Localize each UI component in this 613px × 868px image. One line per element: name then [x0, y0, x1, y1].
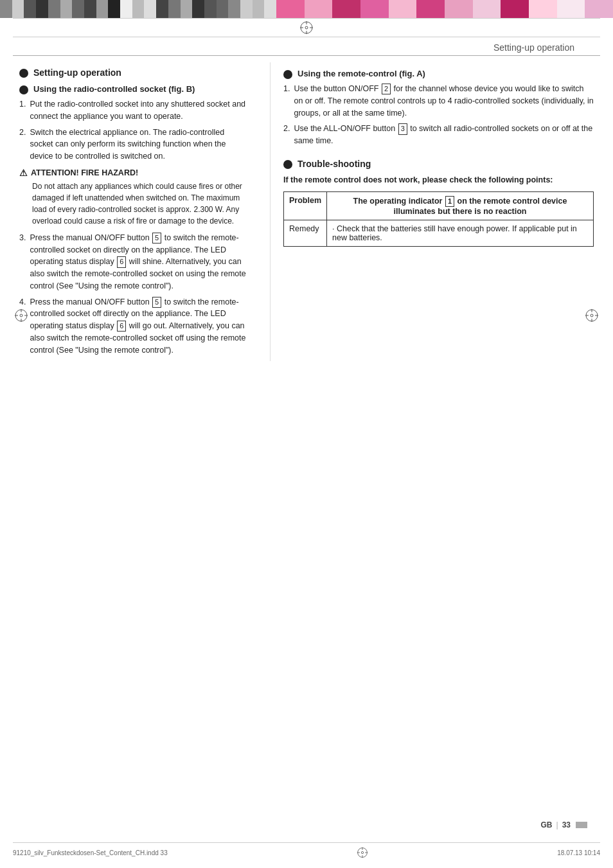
box-6: 6 [117, 256, 126, 267]
step-4: 4. Press the manual ON/OFF button 5 to s… [19, 296, 247, 357]
left-margin-compass [14, 308, 28, 324]
right-crosshair-icon [585, 308, 599, 323]
page-info: GB | 33 [541, 820, 587, 829]
table-row: Remedy · Check that the batteries still … [284, 220, 594, 246]
sub-section2-title: Using the remote-control (fig. A) [283, 69, 594, 79]
column-divider [270, 62, 271, 361]
bullet-icon-2 [19, 85, 28, 94]
trouble-section-title: Trouble-shooting [283, 159, 594, 169]
footer: 91210_silv_Funksteckdosen-Set_Content_CH… [13, 842, 600, 858]
box-1: 1 [445, 196, 454, 207]
bullet-icon [19, 69, 28, 78]
crosshair-icon [299, 21, 314, 35]
right-margin-compass [585, 308, 599, 324]
main-content: Setting-up operation Using the radio-con… [19, 62, 594, 361]
steps-list-1: 1. Put the radio-controlled socket into … [19, 98, 247, 163]
steps-list-2: 3. Press the manual ON/OFF button 5 to s… [19, 232, 247, 357]
sub-section1-title: Using the radio-controlled socket (fig. … [19, 84, 247, 94]
trouble-intro: If the remote control does not work, ple… [283, 174, 594, 186]
top-color-bar [0, 0, 613, 18]
svg-point-5 [305, 26, 308, 29]
cell-remedy-label: Remedy [284, 220, 327, 246]
footer-left: 91210_silv_Funksteckdosen-Set_Content_CH… [13, 849, 168, 856]
col-header-indicator: The operating indicator 1 on the remote … [327, 191, 594, 220]
main-section-title: Setting-up operation [19, 67, 247, 78]
left-column: Setting-up operation Using the radio-con… [19, 62, 257, 361]
table-header-row: Problem The operating indicator 1 on the… [284, 191, 594, 220]
box-5: 5 [152, 233, 161, 244]
svg-point-23 [361, 851, 363, 853]
step-3: 3. Press the manual ON/OFF button 5 to s… [19, 232, 247, 292]
footer-right: 18.07.13 10:14 [557, 849, 600, 856]
trouble-table: Problem The operating indicator 1 on the… [283, 191, 594, 247]
attention-title: ⚠ ATTENTION! FIRE HAZARD! [19, 168, 247, 178]
step-1: 1. Put the radio-controlled socket into … [19, 98, 247, 123]
header-area [13, 18, 600, 37]
warning-icon: ⚠ [19, 168, 28, 178]
attention-text: Do not attach any appliances which could… [32, 181, 247, 227]
bullet-icon-3 [283, 70, 292, 79]
remote-steps-list: 1. Use the button ON/OFF 2 for the chann… [283, 83, 594, 147]
svg-point-17 [20, 314, 22, 317]
footer-crosshair-icon [357, 847, 368, 858]
page-header: Setting-up operation [13, 37, 600, 56]
box-6b: 6 [117, 321, 126, 332]
cell-remedy-text: · Check that the batteries still have en… [327, 220, 594, 246]
right-column: Using the remote-control (fig. A) 1. Use… [283, 62, 594, 361]
col-header-problem: Problem [284, 191, 327, 220]
box-3: 3 [398, 123, 407, 134]
box-2: 2 [382, 84, 391, 94]
bullet-icon-4 [283, 160, 292, 169]
page-number: 33 [562, 820, 571, 829]
left-crosshair-icon [14, 308, 28, 323]
page-header-text: Setting-up operation [493, 42, 574, 53]
gb-label: GB [541, 820, 553, 829]
svg-point-11 [591, 314, 593, 317]
step-2: 2. Switch the electrical appliance on. T… [19, 127, 247, 163]
box-5b: 5 [152, 297, 161, 308]
remote-step-2: 2. Use the ALL-ON/OFF button 3 to switch… [283, 123, 594, 147]
remote-step-1: 1. Use the button ON/OFF 2 for the chann… [283, 83, 594, 119]
attention-block: ⚠ ATTENTION! FIRE HAZARD! Do not attach … [19, 168, 247, 227]
